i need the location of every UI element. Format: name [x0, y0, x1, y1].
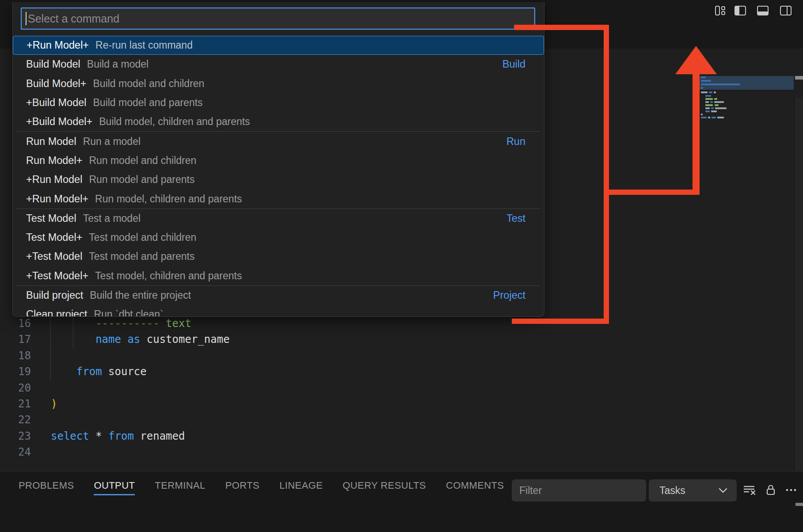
line-number: 22: [0, 412, 31, 428]
minimap-line: [714, 101, 724, 103]
command-item[interactable]: Build Model+Build model and children: [13, 74, 544, 93]
minimap-viewport[interactable]: [699, 76, 794, 90]
command-description: Build a model: [87, 58, 148, 70]
command-input[interactable]: Select a command: [21, 8, 535, 30]
command-item[interactable]: +Run Model+Re-run last command: [13, 36, 544, 55]
code-token: [51, 365, 76, 378]
command-description: Build the entire project: [90, 289, 191, 301]
code-token: source: [102, 365, 147, 378]
command-category-badge: Project: [493, 289, 525, 301]
command-label: +Build Model+: [26, 116, 92, 128]
command-category-badge: Test: [506, 213, 525, 224]
panel-tab-lineage[interactable]: LINEAGE: [279, 480, 323, 495]
panel-tab-ports[interactable]: PORTS: [225, 480, 259, 495]
command-item[interactable]: +Run Model+Run model, children and paren…: [13, 189, 544, 208]
code-line[interactable]: ): [51, 396, 57, 412]
ellipsis-icon: [784, 483, 798, 497]
command-label: Clean project: [26, 308, 87, 317]
panel-tab-terminal[interactable]: TERMINAL: [155, 480, 205, 495]
panel-tab-problems[interactable]: PROBLEMS: [19, 480, 74, 495]
command-item[interactable]: Build projectBuild the entire projectPro…: [13, 286, 544, 305]
code-line[interactable]: ---------- text: [51, 315, 191, 331]
command-item[interactable]: +Test Model+Test model, children and par…: [13, 266, 544, 285]
code-token: select: [51, 430, 89, 442]
toggle-secondary-sidebar-icon[interactable]: [780, 5, 792, 16]
code-line[interactable]: from source: [51, 364, 147, 380]
vscode-window: customers.sql s: [0, 0, 803, 532]
editor-scrollbar[interactable]: [794, 97, 803, 520]
lock-icon: [765, 483, 777, 497]
panel-more-actions-button[interactable]: [782, 481, 800, 499]
minimap-line: [715, 104, 719, 106]
minimap-line: [712, 117, 716, 118]
command-item[interactable]: +Test ModelTest model and parents: [13, 247, 544, 266]
command-item[interactable]: Run Model+Run model and children: [13, 151, 544, 170]
command-label: +Test Model: [26, 251, 82, 262]
command-description: Re-run last command: [95, 39, 193, 51]
code-token: as: [127, 333, 140, 346]
indent-guide: [50, 315, 51, 381]
minimap-line: [701, 117, 707, 118]
filter-input[interactable]: Filter: [512, 479, 646, 502]
command-label: Build Model+: [26, 78, 87, 90]
code-token: *: [89, 430, 108, 442]
customize-layout-icon[interactable]: [715, 5, 726, 16]
command-item[interactable]: +Build ModelBuild model and parents: [13, 93, 544, 112]
panel-tab-query-results[interactable]: QUERY RESULTS: [343, 480, 426, 495]
command-input-placeholder: Select a command: [28, 12, 119, 25]
editor-scrollbar-thumb[interactable]: [795, 76, 803, 80]
toggle-primary-sidebar-icon[interactable]: [734, 5, 746, 16]
minimap-line: [701, 114, 703, 115]
command-item[interactable]: Clean projectRun `dbt clean`: [13, 305, 544, 317]
code-token: name: [95, 333, 121, 346]
minimap-line: [701, 80, 711, 82]
minimap-line: [705, 101, 709, 103]
command-category-badge: Run: [506, 136, 525, 148]
bottom-panel: PROBLEMSOUTPUTTERMINALPORTSLINEAGEQUERY …: [0, 471, 803, 532]
minimap-line: [714, 98, 717, 100]
command-item[interactable]: Build ModelBuild a modelBuild: [13, 55, 544, 74]
command-palette: Select a command +Run Model+Re-run last …: [12, 2, 544, 317]
minimap-line: [714, 91, 716, 93]
command-description: Build model and children: [93, 78, 205, 90]
command-item[interactable]: Test Model+Test model and children: [13, 228, 544, 247]
command-label: Run Model+: [26, 155, 82, 167]
command-description: Run model, children and parents: [95, 193, 242, 205]
code-token: ): [51, 398, 57, 410]
minimap-line: [705, 104, 713, 106]
command-item[interactable]: +Build Model+Build model, children and p…: [13, 112, 544, 131]
minimap-line: [717, 117, 724, 118]
code-line[interactable]: name as customer_name: [51, 331, 230, 347]
panel-tab-output[interactable]: OUTPUT: [94, 480, 135, 495]
minimap-line: [705, 95, 711, 97]
annotation-line-branch: [604, 190, 700, 195]
command-description: Run `dbt clean`: [94, 308, 163, 317]
filter-placeholder: Filter: [519, 485, 542, 497]
panel-scrollbar-thumb[interactable]: [795, 503, 803, 506]
command-label: +Build Model: [26, 97, 87, 109]
command-description: Run model and children: [89, 155, 196, 167]
tasks-dropdown[interactable]: Tasks: [649, 479, 737, 502]
annotation-arrow-shaft: [693, 72, 700, 195]
line-number: 24: [0, 444, 31, 460]
panel-tab-comments[interactable]: COMMENTS: [446, 480, 504, 495]
line-number: 19: [0, 364, 31, 380]
panel-tab-bar: PROBLEMSOUTPUTTERMINALPORTSLINEAGEQUERY …: [19, 480, 504, 495]
code-token: [121, 333, 127, 346]
command-label: Build Model: [26, 58, 80, 70]
command-item[interactable]: Run ModelRun a modelRun: [13, 132, 544, 151]
toggle-panel-icon[interactable]: [757, 5, 769, 16]
lock-panel-button[interactable]: [762, 481, 780, 499]
clear-output-button[interactable]: [741, 481, 758, 499]
code-line[interactable]: select * from renamed: [51, 428, 185, 444]
command-item[interactable]: +Run ModelRun model and parents: [13, 170, 544, 189]
annotation-arrowhead-icon: [675, 46, 717, 74]
annotation-line-vertical: [604, 25, 609, 324]
text-caret: [26, 12, 27, 25]
minimap-line: [701, 76, 706, 78]
annotation-line-bottom: [512, 319, 609, 324]
minimap-line: [711, 110, 717, 112]
minimap-line: [711, 107, 714, 109]
minimap-line: [701, 87, 703, 89]
command-item[interactable]: Test ModelTest a modelTest: [13, 209, 544, 228]
